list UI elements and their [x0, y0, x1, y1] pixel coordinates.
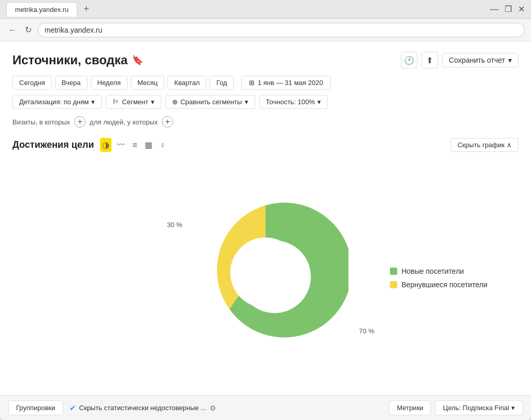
checkbox-icon[interactable]: ✔: [69, 403, 76, 413]
donut-svg: [183, 190, 348, 356]
legend-color-returning: [390, 281, 397, 288]
reload-button[interactable]: ↻: [23, 23, 34, 37]
goal-button[interactable]: Цель: Подписка Final ▾: [435, 400, 523, 415]
chart-header: Достижения цели ◑ 〰 ≡ ▦ ♀ Скрыть график …: [12, 138, 519, 152]
add-people-filter-button[interactable]: +: [162, 116, 173, 128]
metrics-label: Метрики: [397, 404, 423, 412]
compare-segments-label: Сравнить сегменты: [180, 98, 242, 106]
tab-label: metrika.yandex.ru: [15, 6, 68, 13]
detail-filter-button[interactable]: Детализация: по дням ▾: [12, 95, 102, 109]
chart-type-user-button[interactable]: ♀: [158, 138, 168, 152]
segment-icon: 🏳: [113, 98, 119, 106]
close-button[interactable]: ✕: [518, 4, 525, 14]
address-bar[interactable]: [38, 23, 525, 37]
donut-chart: 30 %: [183, 190, 348, 356]
svg-point-0: [230, 237, 301, 308]
bookmark-icon[interactable]: 🔖: [132, 54, 143, 66]
legend-color-new: [390, 268, 397, 275]
date-range-label: 1 янв — 31 мая 2020: [258, 79, 323, 87]
page-title-area: Источники, сводка 🔖: [12, 53, 143, 67]
calendar-icon: ⊞: [249, 79, 255, 87]
bottom-bar: Группировки ✔ Скрыть статистически недос…: [0, 395, 531, 420]
label-30: 30 %: [167, 221, 183, 229]
chevron-down-icon: ▾: [151, 98, 155, 106]
people-label: для людей, у которых: [90, 118, 158, 126]
header-actions: 🕐 ⬆ Сохранить отчет ▾: [401, 52, 519, 68]
chevron-up-icon: ∧: [507, 141, 512, 149]
save-report-button[interactable]: Сохранить отчет ▾: [442, 53, 519, 67]
period-today[interactable]: Сегодня: [12, 76, 52, 90]
accuracy-button[interactable]: Точность: 100% ▾: [259, 95, 328, 109]
period-bar: Сегодня Вчера Неделя Месяц Квартал Год ⊞…: [12, 76, 519, 90]
chevron-down-icon: ▾: [511, 404, 515, 412]
history-icon: 🕐: [404, 55, 414, 65]
chart-title: Достижения цели: [12, 139, 94, 150]
compare-icon: ⊕: [172, 98, 178, 106]
save-report-label: Сохранить отчет: [449, 56, 505, 64]
page-content: Источники, сводка 🔖 🕐 ⬆ Сохранить отчет …: [0, 41, 531, 395]
browser-tab[interactable]: metrika.yandex.ru: [6, 2, 77, 17]
chart-legend: Новые посетители Вернувшиеся посетители: [390, 267, 487, 289]
export-icon: ⬆: [426, 55, 433, 65]
chart-area: 30 %: [12, 160, 519, 395]
bottom-right-buttons: Метрики Цель: Подписка Final ▾: [389, 400, 523, 415]
history-button[interactable]: 🕐: [401, 52, 417, 68]
maximize-button[interactable]: ❐: [505, 4, 512, 14]
goal-label: Цель: Подписка Final: [443, 404, 509, 412]
browser-toolbar: ← ↻: [0, 19, 531, 41]
hide-stats-area: ✔ Скрыть статистически недостоверные ...…: [69, 403, 216, 413]
chevron-down-icon: ▾: [508, 56, 512, 64]
visits-label: Визиты, в которых: [12, 118, 70, 126]
compare-segments-button[interactable]: ⊕ Сравнить сегменты ▾: [165, 95, 255, 109]
filter-bar: Детализация: по дням ▾ 🏳 Сегмент ▾ ⊕ Сра…: [12, 95, 519, 109]
date-range-button[interactable]: ⊞ 1 янв — 31 мая 2020: [241, 76, 331, 90]
window-controls: — ❐ ✕: [490, 4, 525, 14]
page-title: Источники, сводка: [12, 53, 128, 67]
chart-type-stacked-button[interactable]: ≡: [130, 138, 139, 152]
period-yesterday[interactable]: Вчера: [55, 76, 88, 90]
back-button[interactable]: ←: [6, 23, 19, 37]
period-month[interactable]: Месяц: [131, 76, 164, 90]
gear-icon[interactable]: ⚙: [209, 404, 216, 412]
tab-bar: metrika.yandex.ru +: [6, 2, 93, 17]
browser-titlebar: metrika.yandex.ru + — ❐ ✕: [0, 0, 531, 19]
page-header: Источники, сводка 🔖 🕐 ⬆ Сохранить отчет …: [12, 52, 519, 68]
period-week[interactable]: Неделя: [91, 76, 128, 90]
accuracy-label: Точность: 100%: [266, 98, 315, 106]
chart-type-line-button[interactable]: 〰: [115, 138, 127, 152]
add-visit-filter-button[interactable]: +: [74, 116, 86, 128]
hide-chart-label: Скрыть график: [457, 141, 505, 149]
new-tab-button[interactable]: +: [79, 4, 93, 15]
segment-filter-label: Сегмент: [122, 98, 148, 106]
chevron-down-icon: ▾: [245, 98, 248, 106]
chart-title-area: Достижения цели ◑ 〰 ≡ ▦ ♀: [12, 138, 168, 152]
chart-section: Достижения цели ◑ 〰 ≡ ▦ ♀ Скрыть график …: [12, 138, 519, 395]
minimize-button[interactable]: —: [490, 5, 498, 14]
segment-row: Визиты, в которых + для людей, у которых…: [12, 116, 519, 128]
legend-label-new: Новые посетители: [401, 267, 464, 275]
hide-stats-label: Скрыть статистически недостоверные ...: [79, 404, 206, 412]
legend-item-new: Новые посетители: [390, 267, 487, 275]
detail-filter-label: Детализация: по дням: [19, 98, 89, 106]
metrics-button[interactable]: Метрики: [389, 400, 431, 415]
segment-filter-button[interactable]: 🏳 Сегмент ▾: [106, 95, 161, 109]
groupings-button[interactable]: Группировки: [8, 400, 63, 415]
legend-label-returning: Вернувшиеся посетители: [401, 281, 487, 289]
hide-chart-button[interactable]: Скрыть график ∧: [451, 138, 519, 152]
legend-item-returning: Вернувшиеся посетители: [390, 281, 487, 289]
chevron-down-icon: ▾: [91, 98, 95, 106]
label-70: 70 %: [359, 327, 374, 335]
chart-type-buttons: ◑ 〰 ≡ ▦ ♀: [100, 138, 167, 152]
chart-type-bar-button[interactable]: ▦: [143, 138, 155, 152]
chevron-down-icon: ▾: [317, 98, 321, 106]
period-quarter[interactable]: Квартал: [167, 76, 206, 90]
chart-type-pie-button[interactable]: ◑: [100, 138, 111, 152]
period-year[interactable]: Год: [209, 76, 234, 90]
export-button[interactable]: ⬆: [422, 52, 438, 68]
groupings-label: Группировки: [16, 404, 55, 412]
